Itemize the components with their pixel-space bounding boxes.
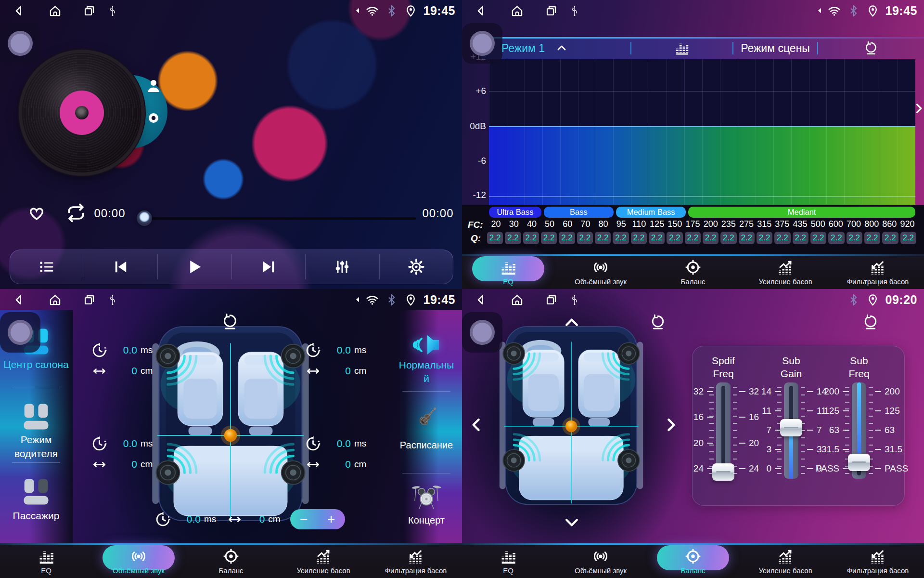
q-value-chip[interactable]: 2.2	[864, 232, 880, 244]
sub-gain-slider[interactable]	[784, 382, 798, 479]
q-value-chip[interactable]: 2.2	[739, 232, 755, 244]
recents-button[interactable]	[545, 293, 558, 306]
home-button[interactable]	[49, 4, 62, 17]
preset-schedule-icon[interactable]	[412, 404, 441, 433]
tab-bass-boost[interactable]: Усиление басов	[739, 254, 832, 289]
settings-button[interactable]	[380, 250, 453, 284]
equalizer-button[interactable]	[306, 250, 379, 284]
position-center-label[interactable]: Центр салона	[0, 357, 72, 371]
q-value-chip[interactable]: 2.2	[720, 232, 736, 244]
position-passenger-label[interactable]: Пассажир	[0, 509, 72, 523]
q-value-chip[interactable]: 2.2	[774, 232, 790, 244]
position-passenger-icon[interactable]	[21, 477, 51, 507]
delay-minus-button[interactable]: −	[290, 510, 318, 529]
favorite-button[interactable]	[27, 203, 46, 223]
preset-normal-label[interactable]: Нормальный	[398, 358, 454, 385]
slider-thumb[interactable]	[780, 419, 802, 436]
spdif-freq-slider[interactable]	[716, 382, 731, 479]
home-button[interactable]	[511, 293, 524, 306]
eq-curve-graph[interactable]	[489, 53, 915, 205]
preset-normal-icon[interactable]	[411, 329, 442, 360]
next-track-button[interactable]	[232, 250, 306, 284]
tab-eq[interactable]: EQ	[462, 254, 554, 289]
delay-plus-button[interactable]: +	[318, 510, 345, 529]
slider-thumb[interactable]	[712, 463, 734, 481]
tab-bass-filter[interactable]: Фильтрация басов	[832, 543, 924, 578]
q-value-chip[interactable]: 2.2	[847, 232, 862, 244]
tab-surround[interactable]: Объёмный звук	[554, 254, 647, 289]
back-button[interactable]	[475, 4, 488, 17]
move-focus-left-button[interactable]	[467, 415, 486, 434]
q-value-chip[interactable]: 2.2	[828, 232, 844, 244]
tab-balance[interactable]: Баланс	[647, 254, 739, 289]
repeat-button[interactable]	[65, 202, 87, 223]
back-button[interactable]	[13, 4, 26, 17]
q-value-chip[interactable]: 2.2	[577, 232, 593, 244]
move-focus-right-button[interactable]	[661, 415, 680, 434]
preset-concert-icon[interactable]	[411, 481, 442, 512]
q-value-chip[interactable]: 2.2	[685, 232, 701, 244]
position-driver-label[interactable]: Режим водителя	[0, 433, 72, 460]
previous-track-button[interactable]	[84, 250, 158, 284]
assistive-floating-button[interactable]	[462, 312, 502, 353]
q-value-chip[interactable]: 2.2	[810, 232, 826, 244]
seek-bar[interactable]	[141, 217, 416, 220]
q-value-chip[interactable]: 2.2	[757, 232, 772, 244]
home-button[interactable]	[49, 293, 62, 306]
q-value-chip[interactable]: 2.2	[613, 232, 629, 244]
q-value-chip[interactable]: 2.2	[703, 232, 719, 244]
tab-surround[interactable]: Объёмный звук	[92, 543, 185, 578]
play-button[interactable]	[158, 250, 231, 284]
playlist-button[interactable]	[10, 250, 84, 284]
back-button[interactable]	[13, 293, 26, 306]
scene-mode-button[interactable]: Режим сцены	[733, 42, 817, 55]
eq-tab-indicator[interactable]	[631, 40, 732, 56]
next-page-chevron[interactable]	[911, 101, 924, 116]
tab-balance[interactable]: Баланс	[185, 543, 277, 578]
reset-icon[interactable]	[650, 314, 666, 330]
eq-reset-button[interactable]	[818, 41, 924, 55]
tab-bass-boost[interactable]: Усиление басов	[739, 543, 832, 578]
preset-schedule-label[interactable]: Расписание	[391, 438, 462, 452]
q-value-chip[interactable]: 2.2	[882, 232, 898, 244]
move-focus-up-button[interactable]	[562, 313, 581, 332]
q-value-chip[interactable]: 2.2	[505, 232, 521, 244]
assistive-floating-button[interactable]	[462, 23, 502, 64]
tab-eq[interactable]: EQ	[462, 543, 554, 578]
tab-surround[interactable]: Объёмный звук	[554, 543, 647, 578]
reset-icon[interactable]	[221, 313, 239, 330]
tab-balance[interactable]: Баланс	[647, 543, 739, 578]
recents-button[interactable]	[83, 4, 96, 17]
reset-sliders-icon[interactable]	[862, 314, 879, 330]
band-chip-medium-bass[interactable]: Medium Bass	[616, 207, 686, 218]
band-chip-mediant[interactable]: Mediant	[688, 207, 915, 218]
band-chip-bass[interactable]: Bass	[544, 207, 614, 218]
tab-bass-boost[interactable]: Усиление басов	[277, 543, 370, 578]
q-value-chip[interactable]: 2.2	[595, 232, 611, 244]
q-value-chip[interactable]: 2.2	[541, 232, 557, 244]
slider-thumb[interactable]	[848, 454, 870, 471]
q-value-chip[interactable]: 2.2	[667, 232, 682, 244]
recents-button[interactable]	[83, 293, 96, 306]
assistive-floating-button[interactable]	[0, 312, 40, 353]
move-focus-down-button[interactable]	[562, 512, 581, 532]
q-value-chip[interactable]: 2.2	[631, 232, 647, 244]
q-value-chip[interactable]: 2.2	[523, 232, 539, 244]
recents-button[interactable]	[545, 4, 558, 17]
q-value-chip[interactable]: 2.2	[649, 232, 665, 244]
q-value-chip[interactable]: 2.2	[793, 232, 808, 244]
home-button[interactable]	[511, 4, 524, 17]
back-button[interactable]	[475, 293, 488, 306]
q-value-chip[interactable]: 2.2	[487, 232, 503, 244]
position-driver-icon[interactable]	[21, 402, 51, 432]
tab-bass-filter[interactable]: Фильтрация басов	[832, 254, 924, 289]
band-chip-ultra-bass[interactable]: Ultra Bass	[489, 207, 541, 218]
sub-freq-slider[interactable]	[852, 382, 866, 479]
q-value-chip[interactable]: 2.2	[900, 232, 916, 244]
tab-eq[interactable]: EQ	[0, 543, 92, 578]
preset-concert-label[interactable]: Концерт	[398, 513, 454, 527]
q-value-chip[interactable]: 2.2	[559, 232, 575, 244]
seek-thumb[interactable]	[137, 210, 152, 226]
assistive-floating-button[interactable]	[0, 23, 40, 64]
tab-bass-filter[interactable]: Фильтрация басов	[370, 543, 462, 578]
